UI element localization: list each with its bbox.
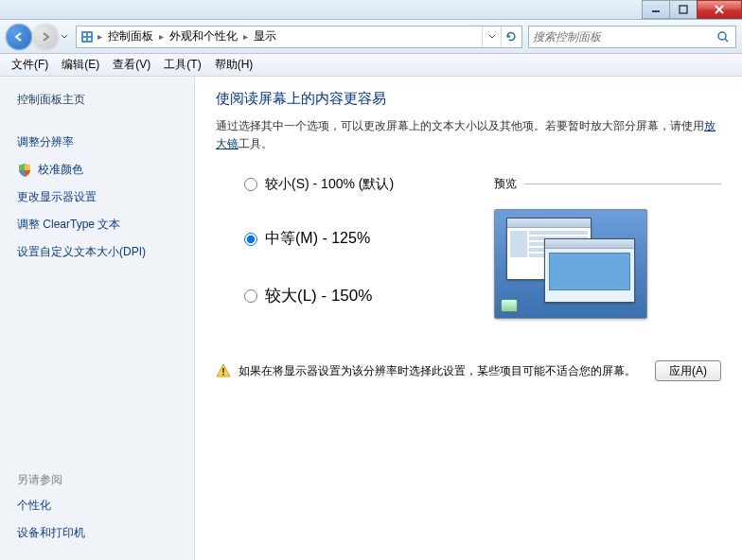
size-options: 较小(S) - 100% (默认) 中等(M) - 125% 较大(L) - 1… (216, 176, 490, 319)
svg-rect-2 (81, 31, 93, 43)
body: 控制面板主页 调整分辨率 校准颜色 更改显示器设置 调整 ClearType 文… (0, 77, 742, 560)
sidebar-link-resolution[interactable]: 调整分辨率 (17, 134, 183, 150)
page-description: 通过选择其中一个选项，可以更改屏幕上的文本大小以及其他项。若要暂时放大部分屏幕，… (216, 117, 721, 153)
breadcrumb-control-panel[interactable]: 控制面板 (104, 26, 157, 47)
sidebar-item-label: 调整分辨率 (17, 134, 74, 150)
preview-image (494, 209, 647, 319)
breadcrumb-sep: ▸ (157, 31, 166, 42)
sidebar-link-custom-dpi[interactable]: 设置自定义文本大小(DPI) (17, 244, 183, 260)
radio-large[interactable] (244, 289, 257, 303)
menu-edit[interactable]: 编辑(E) (56, 55, 105, 75)
refresh-icon (504, 30, 518, 44)
preview-desktop-icon (501, 299, 518, 312)
menu-bar: 文件(F) 编辑(E) 查看(V) 工具(T) 帮助(H) (0, 54, 742, 77)
breadcrumb-sep: ▸ (96, 31, 104, 42)
arrow-right-icon (39, 30, 52, 44)
warning-icon (216, 363, 231, 378)
navigation-bar: ▸ 控制面板 ▸ 外观和个性化 ▸ 显示 (0, 20, 742, 54)
svg-rect-5 (83, 38, 86, 41)
sidebar-item-label: 更改显示器设置 (17, 189, 97, 205)
sidebar-item-label: 设备和打印机 (17, 525, 85, 541)
shield-icon (17, 163, 32, 178)
option-small[interactable]: 较小(S) - 100% (默认) (244, 176, 490, 193)
search-icon[interactable] (715, 30, 732, 44)
svg-rect-4 (88, 33, 91, 36)
close-button[interactable] (697, 0, 742, 19)
maximize-button[interactable] (669, 0, 698, 19)
option-label: 中等(M) - 125% (265, 229, 370, 249)
nav-arrows (6, 24, 70, 50)
maximize-icon (679, 5, 688, 14)
page-title: 使阅读屏幕上的内容更容易 (216, 90, 721, 108)
arrow-left-icon (12, 30, 26, 44)
divider (524, 184, 721, 184)
svg-rect-6 (88, 38, 91, 41)
sidebar-link-display-settings[interactable]: 更改显示器设置 (17, 189, 183, 205)
warning-text: 如果在将显示器设置为该分辨率时选择此设置，某些项目可能不适合您的屏幕。 (238, 363, 636, 379)
menu-view[interactable]: 查看(V) (107, 55, 156, 75)
warning-row: 如果在将显示器设置为该分辨率时选择此设置，某些项目可能不适合您的屏幕。 应用(A… (216, 360, 721, 381)
menu-file[interactable]: 文件(F) (6, 55, 54, 75)
radio-medium[interactable] (244, 233, 257, 246)
svg-point-7 (718, 32, 726, 40)
sidebar-item-label: 校准颜色 (38, 162, 83, 178)
sidebar-item-label: 调整 ClearType 文本 (17, 217, 120, 233)
breadcrumb-sep: ▸ (241, 31, 250, 42)
sidebar-link-calibrate[interactable]: 校准颜色 (17, 162, 183, 178)
control-panel-icon (79, 28, 96, 45)
see-also-heading: 另请参阅 (17, 472, 183, 488)
see-also-personalization[interactable]: 个性化 (17, 498, 183, 514)
svg-rect-3 (83, 33, 86, 36)
sidebar-item-label: 设置自定义文本大小(DPI) (17, 244, 146, 260)
preview-label-text: 预览 (494, 176, 517, 192)
back-button[interactable] (6, 24, 32, 50)
breadcrumb-display[interactable]: 显示 (250, 26, 280, 47)
desc-text-after: 工具。 (238, 137, 273, 150)
search-input[interactable] (533, 30, 715, 44)
window-titlebar (0, 0, 742, 20)
sidebar: 控制面板主页 调整分辨率 校准颜色 更改显示器设置 调整 ClearType 文… (0, 77, 195, 560)
address-bar[interactable]: ▸ 控制面板 ▸ 外观和个性化 ▸ 显示 (76, 26, 522, 48)
option-large[interactable]: 较大(L) - 150% (244, 285, 490, 306)
see-also-devices[interactable]: 设备和打印机 (17, 525, 183, 541)
desc-text: 通过选择其中一个选项，可以更改屏幕上的文本大小以及其他项。若要暂时放大部分屏幕，… (216, 119, 704, 132)
sidebar-link-cleartype[interactable]: 调整 ClearType 文本 (17, 217, 183, 233)
sidebar-home[interactable]: 控制面板主页 (17, 92, 183, 108)
option-label: 较小(S) - 100% (默认) (265, 176, 394, 193)
sidebar-item-label: 个性化 (17, 498, 51, 514)
nav-history-dropdown[interactable] (59, 33, 70, 41)
breadcrumb-appearance[interactable]: 外观和个性化 (166, 26, 241, 47)
minimize-icon (651, 5, 661, 14)
menu-help[interactable]: 帮助(H) (209, 55, 259, 75)
svg-rect-8 (222, 368, 224, 373)
svg-rect-1 (680, 6, 687, 13)
refresh-button[interactable] (501, 26, 520, 47)
preview-window-front (544, 238, 635, 303)
close-icon (714, 4, 725, 15)
svg-rect-9 (222, 374, 224, 376)
preview-heading: 预览 (490, 176, 721, 192)
radio-small[interactable] (244, 178, 257, 191)
option-medium[interactable]: 中等(M) - 125% (244, 229, 490, 249)
preview-area: 预览 (490, 176, 721, 319)
option-label: 较大(L) - 150% (265, 285, 372, 306)
minimize-button[interactable] (642, 0, 670, 19)
svg-rect-0 (652, 10, 660, 12)
menu-tools[interactable]: 工具(T) (158, 55, 206, 75)
apply-button[interactable]: 应用(A) (655, 360, 721, 381)
search-box[interactable] (528, 26, 736, 48)
address-dropdown[interactable] (482, 26, 501, 47)
chevron-down-icon (61, 33, 68, 41)
chevron-down-icon (488, 33, 496, 41)
forward-button[interactable] (32, 24, 59, 50)
content-pane: 使阅读屏幕上的内容更容易 通过选择其中一个选项，可以更改屏幕上的文本大小以及其他… (195, 77, 742, 560)
